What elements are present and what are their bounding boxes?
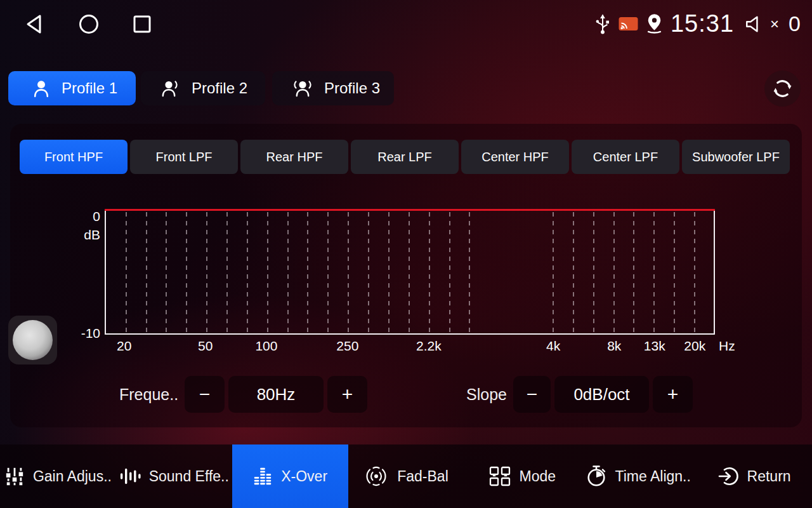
nav-label: Time Align..: [615, 468, 691, 485]
chart-gridline: [206, 212, 207, 333]
tab-label: Rear LPF: [377, 150, 432, 164]
status-icons: 15:31 × 0: [594, 0, 801, 48]
chart-gridline: [226, 212, 228, 333]
sync-button[interactable]: [764, 70, 801, 107]
y-tick-label: -10: [65, 326, 100, 341]
x-tick-label: 8k: [607, 338, 621, 354]
nav-sound-effects[interactable]: Sound Effe..: [116, 444, 232, 508]
nav-mode[interactable]: Mode: [464, 444, 580, 508]
crossover-eq-icon: [252, 466, 273, 486]
tab-label: Front HPF: [44, 150, 103, 164]
chart-gridline: [368, 212, 369, 333]
cast-icon: [619, 16, 638, 32]
back-icon[interactable]: [24, 13, 47, 36]
nav-fad-bal[interactable]: Fad-Bal: [348, 444, 464, 508]
return-arrow-icon: [717, 465, 739, 487]
chart-gridline: [613, 212, 615, 333]
chart-gridline: [348, 212, 349, 333]
tab-label: Rear HPF: [266, 150, 323, 164]
tab-label: Front LPF: [156, 150, 213, 164]
chart-x-ticks: 20501002502.2k4k8k13k20k: [105, 338, 715, 356]
response-curve: [105, 209, 715, 211]
chart-gridline: [633, 212, 634, 333]
nav-label: Fad-Bal: [397, 468, 449, 485]
profile-1-button[interactable]: Profile 1: [8, 71, 136, 105]
chart-gridline: [267, 212, 268, 333]
tab-center-hpf[interactable]: Center HPF: [461, 140, 569, 174]
nav-label: Mode: [520, 468, 556, 485]
chart-gridline: [307, 212, 308, 333]
tab-front-lpf[interactable]: Front LPF: [130, 140, 238, 174]
tab-label: Center HPF: [481, 150, 549, 164]
chart-gridline: [653, 212, 655, 333]
nav-gain-adjust[interactable]: Gain Adjus..: [0, 444, 116, 508]
person-sound-icon: [291, 78, 314, 98]
tab-center-lpf[interactable]: Center LPF: [572, 140, 679, 174]
gain-faders-icon: [4, 466, 25, 486]
nav-label: X-Over: [281, 468, 327, 485]
sync-icon: [772, 78, 793, 99]
x-axis-unit-label: Hz: [719, 338, 735, 354]
location-icon: [645, 13, 664, 34]
volume-multiplier: ×: [770, 15, 779, 33]
tab-rear-hpf[interactable]: Rear HPF: [240, 140, 348, 174]
profile-label: Profile 1: [62, 79, 117, 97]
chart-gridline: [469, 212, 470, 333]
nav-time-align[interactable]: Time Align..: [580, 444, 696, 508]
volume-muted-icon[interactable]: [745, 15, 762, 33]
x-tick-label: 20k: [684, 338, 705, 354]
profile-2-button[interactable]: Profile 2: [141, 71, 265, 105]
volume-knob-button[interactable]: [8, 316, 57, 364]
minus-icon: −: [199, 384, 211, 405]
profile-3-button[interactable]: Profile 3: [272, 71, 394, 105]
slope-value: 0dB/oct: [554, 376, 649, 413]
bottom-nav: Gain Adjus.. Sound Effe..: [0, 444, 812, 508]
x-tick-label: 250: [336, 338, 358, 354]
chart-gridline: [573, 212, 574, 333]
person-icon: [31, 78, 51, 98]
x-tick-label: 13k: [644, 338, 665, 354]
frequency-label: Freque..: [119, 376, 178, 413]
chart-gridline: [146, 212, 147, 333]
status-bar: 15:31 × 0: [0, 0, 812, 48]
tab-rear-lpf[interactable]: Rear LPF: [351, 140, 459, 174]
clock: 15:31: [671, 10, 734, 37]
x-tick-label: 20: [117, 338, 131, 354]
x-tick-label: 100: [255, 338, 277, 354]
minus-icon: −: [527, 384, 538, 405]
frequency-response-chart[interactable]: [105, 210, 715, 335]
plus-icon: +: [342, 384, 353, 405]
tab-label: Center LPF: [593, 150, 658, 164]
y-tick-label: 0: [75, 209, 100, 224]
chart-gridline: [186, 212, 187, 333]
chart-gridline: [247, 212, 248, 333]
slope-minus-button[interactable]: −: [513, 376, 551, 413]
nav-label: Return: [747, 468, 791, 485]
y-axis-unit-label: dB: [70, 227, 100, 243]
tab-subwoofer-lpf[interactable]: Subwoofer LPF: [682, 140, 790, 174]
x-tick-label: 4k: [546, 338, 560, 354]
chart-gridline: [166, 212, 167, 333]
frequency-plus-button[interactable]: +: [327, 376, 367, 413]
mode-grid-icon: [488, 465, 511, 487]
chart-gridline: [126, 212, 127, 333]
chart-gridline: [388, 212, 390, 333]
frequency-minus-button[interactable]: −: [185, 376, 225, 413]
slope-plus-button[interactable]: +: [653, 376, 693, 413]
tab-front-hpf[interactable]: Front HPF: [20, 140, 128, 174]
sound-effects-icon: [119, 466, 141, 486]
chart-gridline: [553, 212, 554, 333]
nav-label: Sound Effe..: [149, 468, 229, 485]
profile-label: Profile 3: [324, 79, 380, 97]
x-tick-label: 2.2k: [416, 338, 442, 354]
volume-level: 0: [789, 11, 801, 36]
tab-label: Subwoofer LPF: [692, 150, 780, 164]
home-icon[interactable]: [77, 13, 100, 36]
knob-icon: [13, 320, 53, 360]
chart-gridlines: [106, 210, 714, 333]
nav-return[interactable]: Return: [696, 444, 812, 508]
chart-gridline: [327, 212, 329, 333]
recents-icon[interactable]: [131, 13, 154, 36]
frequency-value: 80Hz: [228, 376, 324, 413]
nav-x-over[interactable]: X-Over: [232, 444, 348, 508]
